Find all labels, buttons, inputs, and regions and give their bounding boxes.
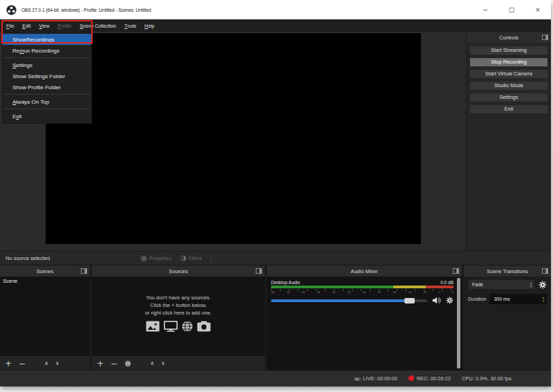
sources-panel-header: Sources [92,265,265,277]
label-text: ools [127,24,136,28]
meter-green-segment [271,286,393,288]
audio-settings-gear-icon[interactable] [446,297,453,304]
mixer-track-row: Desktop Audio 0.0 dB [271,279,453,286]
scene-list-item[interactable]: Scene [0,277,90,286]
obs-window: OBS 27.0.1 (64-bit, windows) - Profile: … [0,0,551,386]
audio-mixer-title: Audio Mixer [350,268,378,274]
menu-item-show-profile-folder[interactable]: Show Profile Folder [3,82,91,93]
file-menu-separator [3,109,91,109]
cpu-fps-text: CPU: 0.9%, 30.00 fps [462,375,512,382]
exit-button[interactable]: Exit [469,104,548,114]
meter-red-segment [426,286,453,288]
menu-item-remux-recordings[interactable]: Remux Recordings [3,45,91,56]
file-menu-separator [3,94,91,95]
live-status: ((●)) LIVE: 00:00:00 [353,375,397,382]
controls-panel-title: Controls [499,35,518,41]
volume-controls [271,297,453,304]
recording-indicator [409,375,414,381]
dock-float-icon[interactable] [453,268,459,274]
minimize-button[interactable]: − [472,0,498,19]
close-button[interactable]: × [525,0,551,19]
speaker-icon[interactable] [432,297,441,304]
settings-button[interactable]: Settings [469,93,548,102]
meter-tick-label: -50 [301,291,305,295]
scenes-panel-title: Scenes [36,268,53,274]
audio-mixer-header: Audio Mixer [267,265,462,277]
controls-panel: Controls Start Streaming Stop Recording … [466,32,551,251]
transition-select[interactable]: Fade ∧ ∨ [468,279,535,290]
image-icon [146,321,160,332]
meter-tick-label: -5 [438,291,440,295]
studio-mode-button[interactable]: Studio Mode [469,81,548,91]
start-streaming-button[interactable]: Start Streaming [469,46,548,55]
move-scene-down-button[interactable]: ∨ [55,361,59,366]
obs-logo-icon [6,5,17,15]
meter-tick-label: -45 [317,291,320,295]
mixer-scrollbar[interactable] [457,278,460,368]
start-virtual-camera-button[interactable]: Start Virtual Camera [469,69,548,79]
meter-tick-label: -25 [377,291,381,295]
window-controls: − □ × [472,0,551,19]
empty-line: You don't have any sources. [92,294,265,301]
window-title: OBS 27.0.1 (64-bit, windows) - Profile: … [21,8,151,12]
dock-float-icon[interactable] [542,268,548,274]
transition-settings-gear-icon[interactable] [538,281,547,289]
file-menu: Show Recordings Remux Recordings Setting… [2,32,92,124]
rec-status: REC: 00:26:22 [409,375,451,382]
menubar: File Edit View Profile Scene Collection … [0,19,551,32]
duration-spinner[interactable]: ∧ ∨ [542,297,545,302]
add-source-button[interactable]: + [97,360,104,368]
menu-edit[interactable]: Edit [18,19,35,32]
live-time: LIVE: 00:00:00 [363,375,397,382]
menu-item-show-recordings[interactable]: Show Recordings [3,34,91,45]
label-text: Show Profile Folder [12,84,61,91]
label-text: m [19,48,24,54]
controls-panel-header: Controls [467,32,551,43]
meter-tick-label: 0 [452,291,453,295]
dock-float-icon[interactable] [542,35,548,40]
properties-button[interactable]: Properties [140,255,171,262]
move-source-down-button[interactable]: ∨ [161,361,165,366]
volume-slider-fill [271,299,410,302]
source-properties-gear-icon[interactable] [124,360,131,367]
remove-scene-button[interactable]: − [19,360,26,368]
menu-view[interactable]: View [35,19,53,32]
scenes-list: Scene + − ∧ ∨ [0,277,90,370]
volume-slider-handle[interactable] [404,298,415,304]
duration-input[interactable]: 300 ms ∧ ∨ [489,294,547,304]
statusbar: ((●)) LIVE: 00:00:00 REC: 00:26:22 CPU: … [0,370,551,386]
maximize-button[interactable]: □ [498,0,525,19]
menu-item-exit[interactable]: Exit [3,111,91,122]
meter-yellow-segment [393,286,427,288]
remove-source-button[interactable]: − [111,360,118,368]
menu-item-settings[interactable]: Settings [3,59,91,71]
screenshot-root: { "titlebar": { "title": "OBS 27.0.1 (64… [0,0,553,392]
audio-mixer-body: Desktop Audio 0.0 dB -60-55-50-45-40-35-… [267,277,462,370]
move-scene-up-button[interactable]: ∧ [44,361,48,366]
volume-slider[interactable] [271,299,427,302]
dock-float-icon[interactable] [256,268,262,274]
label-text: rofile [61,24,71,28]
filters-button[interactable]: Filters [180,255,202,261]
select-spinner[interactable]: ∧ ∨ [529,282,532,288]
move-source-up-button[interactable]: ∧ [150,361,154,366]
meter-tick-label: -40 [332,291,335,295]
transition-row: Fade ∧ ∨ [468,279,547,290]
menu-profile[interactable]: Profile [54,19,76,32]
sources-list: You don't have any sources. Click the + … [92,277,265,370]
menu-item-show-settings-folder[interactable]: Show Settings Folder [3,71,91,82]
titlebar: OBS 27.0.1 (64-bit, windows) - Profile: … [0,0,551,19]
source-type-icons [92,321,265,332]
menu-file[interactable]: File [2,19,18,32]
menu-scene-collection[interactable]: Scene Collection [75,19,120,32]
scenes-panel: Scenes Scene + − ∧ ∨ [0,265,90,370]
meter-tick-label: -60 [271,291,274,295]
stop-recording-button[interactable]: Stop Recording [469,57,548,67]
menu-tools[interactable]: Tools [120,19,140,32]
dock-float-icon[interactable] [81,268,87,274]
menu-item-always-on-top[interactable]: Always On Top [3,96,91,107]
scene-transitions-body: Fade ∧ ∨ Duration 300 ms ∧ ∨ [464,277,551,370]
meter-tick-label: -15 [408,291,411,295]
menu-help[interactable]: Help [140,19,158,32]
add-scene-button[interactable]: + [5,360,12,368]
